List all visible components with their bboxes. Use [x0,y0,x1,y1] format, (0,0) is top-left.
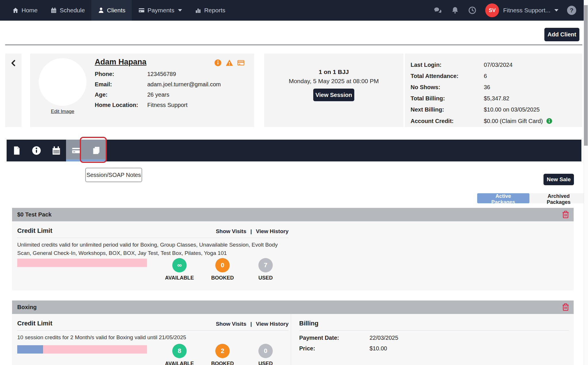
nav-label-payments: Payments [148,7,174,14]
field-value: 26 years [147,91,169,98]
active-packages-tab[interactable]: Active Packages [477,193,529,203]
scrollbar-thumb[interactable] [584,5,588,146]
billing-row-payment-date: Payment Date: 22/03/2025 [299,335,398,341]
counter-label: AVAILABLE [165,361,194,365]
package-links: Show Visits | View History [17,228,289,235]
new-sale-button[interactable]: New Sale [543,174,574,185]
stat-row: Next Billing: $10.00 on 03/05/2025 [411,106,582,113]
nav-item-reports[interactable]: Reports [188,0,232,21]
package-boxing: Boxing Credit Limit Show Visits | View H… [12,300,574,365]
tab-info[interactable] [26,140,46,161]
view-session-button[interactable]: View Session [313,89,354,101]
field-value: Fitness Support [147,102,187,108]
trash-icon [562,303,570,311]
field-label: Email: [95,81,147,88]
field-label: Phone: [95,71,147,77]
field-home-location: Home Location: Fitness Support [95,102,221,108]
stat-value: 07/03/2024 [484,62,512,68]
app-window: Home Schedule Clients Payments Reports S… [0,0,588,365]
info-alert-icon[interactable] [214,59,222,67]
stat-value[interactable]: $0.00 (Claim Gift Card) [484,118,543,124]
tab-schedule[interactable] [46,140,66,161]
counter-label: BOOKED [211,361,234,365]
calendar-icon [50,7,57,14]
nav-item-home[interactable]: Home [6,0,44,21]
counter-used: 0 USED [244,344,287,365]
counter-label: USED [258,361,273,365]
credit-progress-bar [17,259,147,267]
field-label: Age: [95,91,147,98]
notes-book-icon [91,146,101,155]
chat-icon[interactable] [434,6,442,15]
session-datetime: Monday, 5 May 2025 at 08:00 PM [289,78,379,85]
warning-icon[interactable] [225,59,233,67]
link-separator: | [250,321,252,327]
avatar-initials: SV [489,7,496,13]
field-email: Email: adam.joel.turner@gmail.com [95,81,221,88]
section-divider [17,330,289,331]
package-test-pack: $0 Test Pack Credit Limit Show Visits | … [12,208,574,290]
stat-value: 6 [484,73,487,79]
billing-row-price: Price: $10.00 [299,345,398,352]
scrollbar-track[interactable] [584,0,588,365]
clock-icon[interactable] [468,6,477,15]
view-history-link[interactable]: View History [256,321,289,327]
bell-icon[interactable] [451,6,459,15]
counter-available: ∞ AVAILABLE [158,258,201,281]
package-description: 10 session credits for 2 Month/s valid f… [17,333,290,342]
billing-divider [299,330,569,331]
show-visits-link[interactable]: Show Visits [216,228,246,235]
stat-label: Next Billing: [411,106,484,113]
counter-bubble: 0 [215,258,230,272]
back-chevron-icon[interactable] [9,59,18,67]
account-chevron-down-icon[interactable] [554,9,558,11]
home-icon [12,7,19,14]
trash-icon [562,210,570,218]
tab-session-soap-notes[interactable] [86,140,106,161]
client-photo [39,58,86,106]
nav-item-payments[interactable]: Payments [132,0,188,21]
delete-package-button[interactable] [562,210,570,218]
credit-counters: 8 AVAILABLE 2 BOOKED 0 USED [158,344,287,365]
nav-item-clients[interactable]: Clients [91,0,132,21]
client-section-tabbar [7,140,581,161]
package-title: $0 Test Pack [17,211,52,218]
stat-label: Last Login: [411,62,484,68]
archived-packages-tab[interactable]: Archived Packages [529,193,588,203]
session-title: 1 on 1 BJJ [319,69,349,75]
billing-value: $10.00 [370,345,387,352]
counter-label: BOOKED [211,275,234,281]
stat-label: Total Billing: [411,95,484,102]
help-icon[interactable]: ? [567,6,576,15]
counter-bubble: 2 [215,344,230,358]
counter-bubble: 7 [258,258,273,272]
top-navbar: Home Schedule Clients Payments Reports S… [0,0,584,21]
counter-used: 7 USED [244,258,287,281]
view-history-link[interactable]: View History [256,228,289,235]
avatar[interactable]: SV [485,3,499,17]
billing-rows: Payment Date: 22/03/2025 Price: $10.00 [299,335,398,352]
tab-documents[interactable] [7,140,26,161]
show-visits-link[interactable]: Show Visits [216,321,246,327]
billing-label: Price: [299,345,370,352]
card-alert-icon[interactable] [237,59,245,67]
field-label: Home Location: [95,102,147,108]
billing-value: 22/03/2025 [370,335,398,341]
delete-package-button[interactable] [562,303,570,311]
next-session-card: 1 on 1 BJJ Monday, 5 May 2025 at 08:00 P… [264,54,403,127]
navbar-right: SV Fitness Support... ? [434,0,584,21]
calendar-tab-icon [51,146,61,155]
edit-image-link[interactable]: Edit Image [39,109,86,114]
stat-row: No Shows: 36 [411,84,582,91]
tab-tooltip: Session/SOAP Notes [85,168,142,182]
nav-label-home: Home [22,7,38,14]
tab-packages-payments[interactable] [66,140,86,161]
client-name-link[interactable]: Adam Hapana [95,58,146,67]
add-client-button[interactable]: Add Client [544,28,579,41]
nav-item-schedule[interactable]: Schedule [44,0,91,21]
gift-card-info-icon[interactable] [546,118,553,124]
nav-label-clients: Clients [107,7,125,14]
account-name[interactable]: Fitness Support... [503,7,550,14]
package-title: Boxing [17,304,37,310]
credit-card-tab-icon [71,146,81,155]
